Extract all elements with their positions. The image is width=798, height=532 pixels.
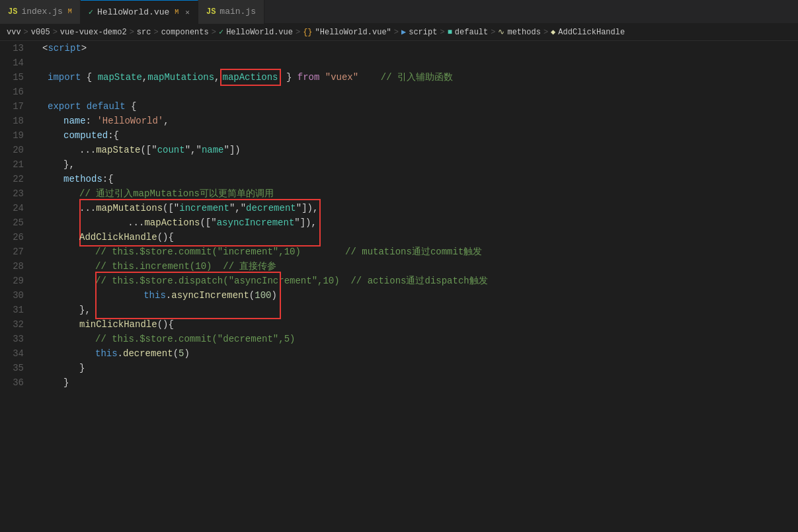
bc-helloworld-vue: HelloWorld.vue bbox=[226, 28, 293, 37]
bc-func-icon: ◆ bbox=[551, 27, 555, 37]
bc-brackets-icon: {} bbox=[303, 28, 312, 37]
code-line-34: this . decrement ( 5 ) bbox=[42, 346, 798, 361]
line-num-13: 13 bbox=[0, 41, 24, 56]
js-icon: JS bbox=[206, 7, 216, 17]
code-line-30: this.asyncIncrement(100) bbox=[42, 288, 798, 303]
line-num-16: 16 bbox=[0, 85, 24, 99]
tab-index-js[interactable]: JS index.js M bbox=[0, 0, 81, 24]
line-num-25: 25 bbox=[0, 215, 24, 230]
bc-demo: vue-vuex-demo2 bbox=[60, 28, 127, 37]
line-num-21: 21 bbox=[0, 157, 24, 172]
line-num-29: 29 bbox=[0, 274, 24, 288]
code-line-22: methods :{ bbox=[42, 172, 798, 186]
line-num-33: 33 bbox=[0, 332, 24, 346]
line-num-24: 24 bbox=[0, 201, 24, 215]
tab-label: HelloWorld.vue bbox=[97, 7, 169, 17]
tab-close-button[interactable]: ✕ bbox=[185, 8, 190, 17]
line-num-18: 18 bbox=[0, 114, 24, 128]
line-num-35: 35 bbox=[0, 361, 24, 375]
code-line-26: AddClickHandle (){ bbox=[42, 230, 798, 245]
tab-modified-indicator: M bbox=[175, 9, 179, 16]
line-numbers: 13 14 15 16 17 18 19 20 21 22 23 24 25 2… bbox=[0, 41, 32, 532]
highlight-mapactions: mapActions bbox=[220, 69, 281, 86]
code-line-27: // this.$store.commit("increment",10) //… bbox=[42, 245, 798, 259]
tab-bar: JS index.js M ✓ HelloWorld.vue M ✕ JS ma… bbox=[0, 0, 798, 24]
line-num-26: 26 bbox=[0, 230, 24, 245]
bc-methods: methods bbox=[507, 28, 540, 37]
line-num-22: 22 bbox=[0, 172, 24, 186]
line-num-14: 14 bbox=[0, 56, 24, 70]
line-num-17: 17 bbox=[0, 99, 24, 114]
bc-components: components bbox=[161, 28, 209, 37]
code-line-21: }, bbox=[42, 157, 798, 172]
bc-vue-icon: ✓ bbox=[219, 27, 223, 37]
code-line-17: export default { bbox=[42, 99, 798, 114]
bc-default-icon: ■ bbox=[448, 28, 452, 37]
code-line-32: minClickHandle (){ bbox=[42, 317, 798, 332]
js-icon: JS bbox=[8, 7, 17, 17]
bc-script: script bbox=[409, 28, 437, 37]
editor: 13 14 15 16 17 18 19 20 21 22 23 24 25 2… bbox=[0, 41, 798, 532]
bc-src: src bbox=[137, 28, 151, 37]
tab-main-js[interactable]: JS main.js bbox=[198, 0, 264, 24]
code-line-13: <script> bbox=[42, 41, 798, 56]
tab-helloworld-vue[interactable]: ✓ HelloWorld.vue M ✕ bbox=[81, 0, 198, 24]
code-line-19: computed :{ bbox=[42, 128, 798, 143]
code-line-36: } bbox=[42, 375, 798, 390]
bc-vvv: vvv bbox=[7, 28, 21, 37]
code-line-31: }, bbox=[42, 303, 798, 317]
bc-v005: v005 bbox=[31, 28, 50, 37]
line-num-15: 15 bbox=[0, 70, 24, 85]
vue-icon: ✓ bbox=[89, 7, 93, 17]
line-num-27: 27 bbox=[0, 245, 24, 259]
line-num-23: 23 bbox=[0, 186, 24, 201]
line-num-30: 30 bbox=[0, 288, 24, 303]
code-line-14 bbox=[42, 56, 798, 70]
line-num-36: 36 bbox=[0, 375, 24, 390]
line-num-19: 19 bbox=[0, 128, 24, 143]
code-line-15: import { mapState , mapMutations , mapAc… bbox=[42, 70, 798, 85]
line-num-20: 20 bbox=[0, 143, 24, 157]
line-num-32: 32 bbox=[0, 317, 24, 332]
tab-label: index.js bbox=[21, 7, 62, 17]
line-num-28: 28 bbox=[0, 259, 24, 274]
code-line-25: ...mapActions(["asyncIncrement"]), bbox=[42, 215, 798, 230]
bc-default: default bbox=[455, 28, 488, 37]
tab-label: main.js bbox=[219, 7, 256, 17]
tab-modified-indicator: M bbox=[68, 8, 72, 15]
code-line-18: name : 'HelloWorld' , bbox=[42, 114, 798, 128]
bc-script-icon: ▶ bbox=[401, 27, 406, 37]
code-content: <script> import { mapState , mapMutation… bbox=[32, 41, 798, 532]
code-line-20: ... mapState ([" count "," name "]) bbox=[42, 143, 798, 157]
line-num-31: 31 bbox=[0, 303, 24, 317]
breadcrumb: vvv > v005 > vue-vuex-demo2 > src > comp… bbox=[0, 24, 798, 41]
code-line-16 bbox=[42, 85, 798, 99]
line-num-34: 34 bbox=[0, 346, 24, 361]
bc-addclickhandle: AddClickHandle bbox=[558, 28, 625, 37]
bc-methods-icon: ∿ bbox=[498, 27, 504, 37]
code-line-35: } bbox=[42, 361, 798, 375]
bc-helloworld-str: "HelloWorld.vue" bbox=[315, 28, 391, 37]
code-line-33: // this.$store.commit("decrement",5) bbox=[42, 332, 798, 346]
